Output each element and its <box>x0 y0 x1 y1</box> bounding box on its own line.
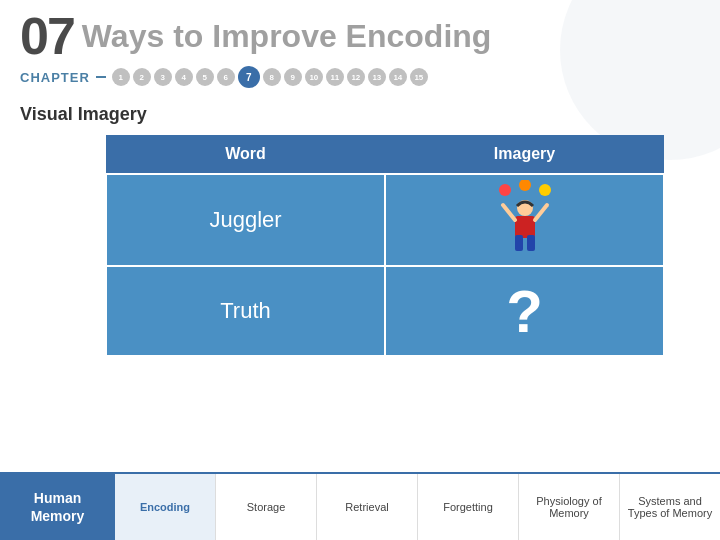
juggler-svg <box>485 180 565 260</box>
section-title: Visual Imagery <box>20 104 700 125</box>
table-row-juggler: Juggler <box>106 174 664 266</box>
nav-dot-3[interactable]: 3 <box>154 68 172 86</box>
footer-title: Human Memory <box>0 474 115 540</box>
col-imagery-header: Imagery <box>385 135 664 174</box>
svg-rect-6 <box>527 235 535 251</box>
chapter-nav-row: Chapter 1 2 3 4 5 6 7 8 9 10 11 12 13 14… <box>20 66 700 88</box>
svg-line-8 <box>535 205 547 220</box>
col-word-header: Word <box>106 135 385 174</box>
nav-dot-2[interactable]: 2 <box>133 68 151 86</box>
encoding-label: Encoding <box>140 501 190 513</box>
cell-juggler-word: Juggler <box>106 174 385 266</box>
footer-nav-systems[interactable]: Systems and Types of Memory <box>620 474 720 540</box>
svg-rect-4 <box>515 216 535 238</box>
page-title: Ways to Improve Encoding <box>82 18 492 55</box>
title-row: 07 Ways to Improve Encoding <box>20 10 700 62</box>
nav-dot-7-active[interactable]: 7 <box>238 66 260 88</box>
footer-nav-forgetting[interactable]: Forgetting <box>418 474 519 540</box>
chapter-nav-dots: 1 2 3 4 5 6 7 8 9 10 11 12 13 14 15 <box>112 66 428 88</box>
footer: Human Memory Encoding Storage Retrieval … <box>0 472 720 540</box>
footer-nav-physiology[interactable]: Physiology of Memory <box>519 474 620 540</box>
nav-dot-15[interactable]: 15 <box>410 68 428 86</box>
footer-title-line1: Human <box>34 489 81 507</box>
nav-dot-5[interactable]: 5 <box>196 68 214 86</box>
cell-truth-word: Truth <box>106 266 385 356</box>
retrieval-label: Retrieval <box>345 501 388 513</box>
chapter-label: Chapter <box>20 70 90 85</box>
footer-nav-storage[interactable]: Storage <box>216 474 317 540</box>
nav-dot-13[interactable]: 13 <box>368 68 386 86</box>
nav-dot-1[interactable]: 1 <box>112 68 130 86</box>
footer-title-line2: Memory <box>31 507 85 525</box>
cell-juggler-image <box>385 174 664 266</box>
nav-dot-4[interactable]: 4 <box>175 68 193 86</box>
physiology-label: Physiology of Memory <box>523 495 615 519</box>
main-content: Visual Imagery Word Imagery Juggler <box>0 94 720 357</box>
footer-nav-encoding[interactable]: Encoding <box>115 474 216 540</box>
juggler-figure <box>391 180 658 260</box>
svg-point-2 <box>539 184 551 196</box>
svg-rect-5 <box>515 235 523 251</box>
nav-dot-10[interactable]: 10 <box>305 68 323 86</box>
chapter-number: 07 <box>20 10 74 62</box>
question-mark: ? <box>391 272 658 350</box>
header: 07 Ways to Improve Encoding Chapter 1 2 … <box>0 0 720 94</box>
nav-line-start <box>96 76 106 78</box>
visual-imagery-table: Word Imagery Juggler <box>105 135 665 357</box>
nav-dot-8[interactable]: 8 <box>263 68 281 86</box>
svg-line-7 <box>503 205 515 220</box>
nav-dot-11[interactable]: 11 <box>326 68 344 86</box>
storage-label: Storage <box>247 501 286 513</box>
table-row-truth: Truth ? <box>106 266 664 356</box>
nav-dot-14[interactable]: 14 <box>389 68 407 86</box>
footer-nav-retrieval[interactable]: Retrieval <box>317 474 418 540</box>
nav-dot-12[interactable]: 12 <box>347 68 365 86</box>
forgetting-label: Forgetting <box>443 501 493 513</box>
cell-truth-image: ? <box>385 266 664 356</box>
nav-dot-9[interactable]: 9 <box>284 68 302 86</box>
nav-dot-6[interactable]: 6 <box>217 68 235 86</box>
svg-point-1 <box>519 180 531 191</box>
footer-nav: Encoding Storage Retrieval Forgetting Ph… <box>115 474 720 540</box>
svg-point-0 <box>499 184 511 196</box>
systems-label: Systems and Types of Memory <box>624 495 716 519</box>
